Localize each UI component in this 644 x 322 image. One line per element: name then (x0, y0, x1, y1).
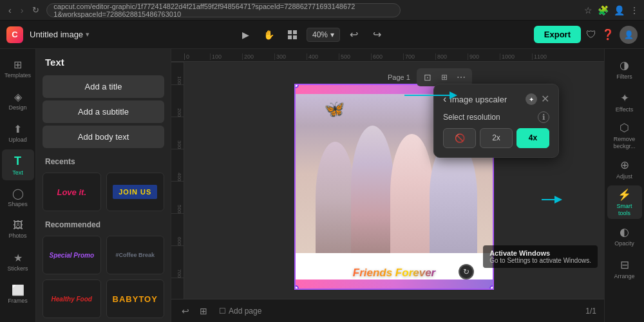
right-tool-arrange[interactable]: ⊟ Arrange (607, 252, 642, 285)
ruler-left: 100 200 300 400 500 600 700 800 1000 (171, 62, 184, 299)
undo-btn[interactable]: ↩ (345, 26, 363, 44)
sidebar-item-design[interactable]: ◈ Design (2, 85, 34, 116)
grid-view-btn[interactable] (283, 26, 301, 44)
page-tool-more-btn[interactable]: ⋯ (454, 70, 468, 84)
select-resolution-label: Select resolution (443, 113, 500, 122)
remove-bg-label: Removebeckgr... (613, 136, 635, 150)
frames-label: Frames (8, 298, 28, 304)
stickers-label: Stickers (7, 265, 28, 272)
design-icon: ◈ (14, 91, 22, 103)
upscaler-close-btn[interactable]: ✕ (541, 94, 549, 104)
page-tool-grid-btn[interactable]: ⊞ (437, 70, 451, 84)
right-tool-filters[interactable]: ◑ Filters (607, 53, 642, 85)
browser-back-btn[interactable]: ‹ (5, 4, 15, 17)
canvas-viewport[interactable]: Page 1 ⊡ ⊞ ⋯ (184, 62, 604, 299)
templates-icon: ⊞ (14, 59, 22, 71)
loveit-text: Love it. (57, 187, 86, 197)
arrange-label: Arrange (614, 273, 634, 279)
recent-item-joinus[interactable]: JOIN US (106, 173, 165, 211)
res-btn-2x[interactable]: 2x (480, 128, 513, 148)
sidebar-item-frames[interactable]: ⬜ Frames (2, 278, 34, 309)
arrange-icon: ⊟ (620, 258, 629, 272)
sidebar-item-templates[interactable]: ⊞ Templates (2, 53, 34, 84)
bottom-undo-btn[interactable]: ↩ (179, 303, 192, 319)
page-tool-fit-btn[interactable]: ⊡ (421, 70, 435, 84)
right-tool-smart-tools[interactable]: ⚡ Smarttools (607, 185, 642, 219)
rotate-handle[interactable]: ↻ (459, 264, 474, 279)
right-tool-remove-bg[interactable]: ⬡ Removebeckgr... (607, 118, 642, 152)
sidebar-item-photos[interactable]: 🖼 Photos (2, 214, 34, 245)
bottom-bar: ↩ ⊞ ☐ Add page 1/1 (171, 299, 604, 322)
sidebar-item-text[interactable]: T Text (2, 149, 34, 180)
add-body-btn[interactable]: Add body text (43, 126, 164, 148)
stickers-icon: ★ (14, 252, 23, 264)
shield-icon: 🛡 (586, 29, 596, 41)
smarttools-arrow-annotation (538, 193, 564, 209)
text-icon: T (14, 155, 21, 168)
res-btn-off[interactable]: 🚫 (443, 128, 476, 148)
handle-br[interactable] (489, 285, 494, 290)
rec-item-coffee-break[interactable]: #Coffee Break (106, 236, 165, 274)
smart-tools-label: Smarttools (616, 203, 632, 217)
rec-item-babytoy[interactable]: BABYTOY (106, 279, 165, 318)
panel-title: Text (36, 49, 171, 73)
user-avatar[interactable]: 👤 (620, 26, 638, 44)
play-btn[interactable]: ▶ (237, 26, 255, 44)
templates-label: Templates (5, 72, 31, 79)
windows-activation: Activate Windows Go to Settings to activ… (483, 245, 598, 268)
extension-icon: 🧩 (598, 5, 609, 15)
ruler-top: 0 100 200 300 400 500 600 700 800 900 10… (171, 49, 604, 62)
doc-title-area[interactable]: Untitled image ▾ (30, 30, 90, 39)
bottom-grid-btn[interactable]: ⊞ (197, 303, 210, 319)
right-tool-adjust[interactable]: ⊕ Adjust (607, 153, 642, 185)
remove-bg-icon: ⬡ (620, 121, 629, 135)
sidebar-item-shapes[interactable]: ◯ Shapes (2, 182, 34, 213)
url-text: capcut.com/editor-graphic/1f772414822d4f… (53, 3, 393, 18)
upscaler-star-icon: ✦ (526, 93, 537, 105)
browser-topbar: ‹ › ↻ capcut.com/editor-graphic/1f772414… (0, 0, 644, 21)
sidebar-item-stickers[interactable]: ★ Stickers (2, 246, 34, 277)
res-btn-4x[interactable]: 4x (516, 128, 549, 148)
zoom-selector[interactable]: 40% ▾ (307, 28, 340, 42)
add-page-label: Add page (229, 307, 261, 316)
zoom-level: 40% (312, 30, 328, 39)
svg-rect-1 (293, 30, 297, 34)
friends-forever-text[interactable]: Friends Forever (353, 267, 436, 279)
appbar-right: Export 🛡 ❓ 👤 (534, 26, 638, 44)
coffee-break-text: #Coffee Break (115, 252, 155, 258)
text-label: Text (12, 169, 23, 176)
upload-label: Upload (8, 137, 27, 143)
browser-refresh-btn[interactable]: ↻ (29, 4, 43, 16)
right-tool-opacity[interactable]: ◐ Opacity (607, 220, 642, 252)
babytoy-text: BABYTOY (113, 294, 158, 304)
appbar: C Untitled image ▾ ▶ ✋ 40% ▾ ↩ ↪ Export … (0, 21, 644, 49)
recommended-section-label: Recommended (36, 214, 171, 233)
menu-icon: ⋮ (630, 5, 639, 15)
help-icon: ❓ (601, 28, 614, 41)
add-subtitle-btn[interactable]: Add a subtitle (43, 100, 164, 123)
redo-btn[interactable]: ↪ (368, 26, 386, 44)
recent-item-loveit[interactable]: Love it. (43, 173, 101, 211)
text-panel: Text Add a title Add a subtitle Add body… (36, 49, 171, 322)
rec-item-special-promo[interactable]: Special Promo (43, 236, 101, 274)
browser-forward-btn[interactable]: › (17, 4, 27, 17)
upscaler-arrow-annotation (398, 89, 462, 104)
healthy-food-text: Healthy Food (52, 296, 92, 303)
rec-item-healthy-food[interactable]: Healthy Food (43, 279, 101, 318)
recents-grid: Love it. JOIN US (36, 170, 171, 214)
hand-tool-btn[interactable]: ✋ (260, 26, 278, 44)
filters-label: Filters (616, 73, 632, 80)
export-btn[interactable]: Export (534, 26, 581, 43)
add-page-btn[interactable]: ☐ Add page (215, 304, 265, 318)
resolution-buttons: 🚫 2x 4x (443, 128, 549, 148)
sidebar-item-upload[interactable]: ⬆ Upload (2, 117, 34, 148)
handle-bl[interactable] (294, 285, 299, 290)
add-title-btn[interactable]: Add a title (43, 75, 164, 98)
shapes-icon: ◯ (12, 187, 24, 200)
sidebar-icons: ⊞ Templates ◈ Design ⬆ Upload T Text ◯ S… (0, 49, 36, 322)
upload-icon: ⬆ (14, 123, 22, 135)
doc-title-text: Untitled image (30, 30, 83, 39)
right-tool-effects[interactable]: ✦ Effects (607, 86, 642, 118)
url-bar[interactable]: capcut.com/editor-graphic/1f772414822d4f… (46, 3, 401, 17)
effects-icon: ✦ (620, 91, 629, 105)
